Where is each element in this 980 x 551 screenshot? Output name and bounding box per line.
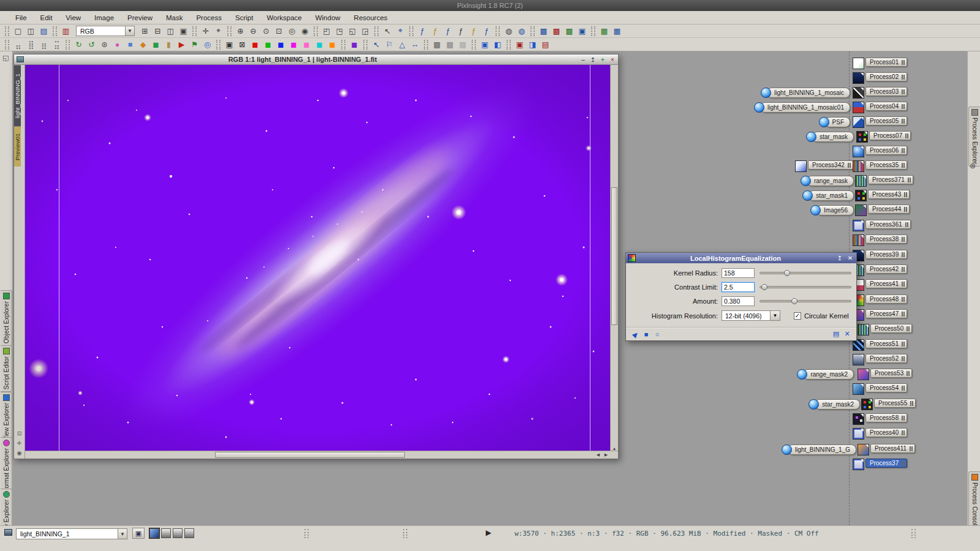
monitor-red-icon[interactable]: ▣ xyxy=(513,39,526,51)
workspace-thumbnail[interactable] xyxy=(149,528,159,538)
vertical-scroll-thumb[interactable] xyxy=(611,187,617,325)
resolution-select[interactable]: 12-bit (4096) ▼ xyxy=(722,310,780,321)
process-icon[interactable]: Process54 xyxy=(853,383,907,395)
explorer-tab[interactable]: Object Explorer xyxy=(1,290,12,346)
workspace-thumbnail[interactable] xyxy=(184,528,194,538)
zoom-in-icon[interactable]: ⊕ xyxy=(234,25,247,37)
process-icon[interactable]: Process43 xyxy=(855,190,910,201)
view-instance-icon[interactable]: PSF xyxy=(819,117,850,127)
process-icon[interactable]: Process44 xyxy=(855,204,910,216)
param-slider[interactable] xyxy=(760,272,851,274)
annotate-arrow-icon[interactable]: ↖ xyxy=(370,39,383,51)
swatch-blue-icon[interactable]: ◼ xyxy=(274,39,287,51)
zoom-11-icon[interactable]: ⊙ xyxy=(260,25,273,37)
monitor-blue-icon[interactable]: ▣ xyxy=(478,39,491,51)
play-icon[interactable]: ▶ xyxy=(486,528,491,537)
toolbar-handle[interactable] xyxy=(227,26,232,36)
close-button[interactable]: × xyxy=(608,56,617,64)
swatch-pink-icon[interactable]: ◼ xyxy=(300,39,313,51)
toolbar-handle[interactable] xyxy=(472,40,476,50)
toolbar-handle[interactable] xyxy=(409,26,413,36)
toolbar-handle[interactable] xyxy=(341,40,345,50)
view-thumbnail-button[interactable]: ▣ xyxy=(132,528,145,539)
gray-gradient-3-icon[interactable]: ▩ xyxy=(456,39,469,51)
view-instance-icon[interactable]: range_mask xyxy=(801,176,854,186)
process-icon[interactable]: Process38 xyxy=(853,234,907,246)
process-icon[interactable]: Process03 xyxy=(853,87,907,99)
process-icon[interactable]: Process02 xyxy=(853,72,907,84)
process-icon[interactable]: Process48 xyxy=(853,294,907,306)
mask-enable-icon[interactable]: ◍ xyxy=(515,25,528,37)
process-icon[interactable]: Process35 xyxy=(853,160,907,172)
horizontal-scroll-thumb[interactable] xyxy=(215,452,405,458)
arrange-br-icon[interactable]: ◲ xyxy=(359,25,372,37)
view-instance-icon[interactable]: star_mask2 xyxy=(809,399,860,410)
process-icon[interactable]: Process41 xyxy=(853,279,907,291)
process-icon[interactable]: Process04 xyxy=(853,102,907,113)
fit-window-icon[interactable]: ▣ xyxy=(177,25,190,37)
save-image-icon[interactable]: ▤ xyxy=(37,25,50,37)
annotate-flag-icon[interactable]: ⚐ xyxy=(383,39,396,51)
explorer-tab[interactable]: View Explorer xyxy=(1,392,12,443)
blue-square-icon[interactable]: ■ xyxy=(124,39,137,51)
scroll-right-icon[interactable]: ▶ xyxy=(602,451,610,458)
expand-icon[interactable]: ⊡ xyxy=(17,430,22,437)
toolbar-handle[interactable] xyxy=(53,26,57,36)
process-icon[interactable]: Process342 xyxy=(795,160,853,172)
arrange-tr-icon[interactable]: ◳ xyxy=(333,25,346,37)
run-icon[interactable]: ▶ xyxy=(175,39,188,51)
swatch-green-icon[interactable]: ◼ xyxy=(262,39,274,51)
shade-button[interactable]: ↥ xyxy=(835,254,844,262)
horizontal-scrollbar[interactable]: ◀ ▶ xyxy=(25,451,610,459)
iconize-button[interactable]: – xyxy=(579,56,587,64)
no-image-icon[interactable]: ⊠ xyxy=(236,39,249,51)
explorer-tab[interactable]: Format Explorer xyxy=(1,437,12,495)
monitor-blue2-icon[interactable]: ◧ xyxy=(491,39,504,51)
menu-item[interactable]: Resources xyxy=(347,13,394,23)
toolbar-handle[interactable] xyxy=(5,40,9,50)
param-input[interactable] xyxy=(722,296,755,306)
menu-item[interactable]: Window xyxy=(309,13,347,23)
center-view-icon[interactable]: ⌖ xyxy=(212,25,225,37)
script-1-icon[interactable]: ƒ xyxy=(416,25,429,37)
workspace-thumbnail[interactable] xyxy=(161,528,171,538)
cascade-windows-icon[interactable]: ◫ xyxy=(164,25,177,37)
duplicate-image-icon[interactable]: ◫ xyxy=(24,25,37,37)
statusbar-handle[interactable] xyxy=(403,529,407,538)
toolbar-handle[interactable] xyxy=(591,26,595,36)
stf-icon[interactable]: ▩ xyxy=(537,25,550,37)
zoom-custom-icon[interactable]: ◉ xyxy=(298,25,311,37)
gear-icon[interactable]: ⊛ xyxy=(98,39,111,51)
process-board-icon[interactable]: ⚑ xyxy=(188,39,201,51)
toolbar-handle[interactable] xyxy=(507,40,511,50)
script-2-icon[interactable]: ƒ xyxy=(429,25,442,37)
dialog-titlebar[interactable]: LocalHistogramEqualization ↥ ✕ xyxy=(626,253,856,263)
statusbar-handle[interactable] xyxy=(911,529,916,538)
channel-selector[interactable]: RGB ▼ xyxy=(76,26,135,36)
process-icon[interactable]: Process07 xyxy=(856,131,911,143)
arrange-tl-icon[interactable]: ◰ xyxy=(320,25,333,37)
process-icon[interactable]: Process371 xyxy=(855,175,913,187)
param-input[interactable] xyxy=(722,282,755,292)
display-icon[interactable]: ▤ xyxy=(539,39,552,51)
view-instance-icon[interactable]: Image56 xyxy=(810,205,854,216)
menu-item[interactable]: Preview xyxy=(121,13,159,23)
gray-gradient-1-icon[interactable]: ▩ xyxy=(431,39,443,51)
refresh-icon[interactable]: ↻ xyxy=(72,39,85,51)
tile-windows-icon[interactable]: ⊟ xyxy=(151,25,164,37)
readout-icon[interactable]: ◉ xyxy=(17,450,22,456)
circular-kernel-checkbox[interactable]: ✓ Circular Kernel xyxy=(794,312,849,320)
process-icon[interactable]: Process39 xyxy=(853,250,907,261)
swatch-cyan-icon[interactable]: ◼ xyxy=(313,39,326,51)
active-view-selector[interactable]: light_BINNING_1 ▼ xyxy=(16,528,127,539)
menu-item[interactable]: Edit xyxy=(34,13,59,23)
menu-item[interactable]: Image xyxy=(88,13,121,23)
zoom-fit-icon[interactable]: ⊡ xyxy=(273,25,285,37)
view-instance-icon[interactable]: light_BINNING_1_G xyxy=(782,444,856,455)
zoom-out-icon[interactable]: ⊖ xyxy=(247,25,260,37)
script-6-icon[interactable]: ƒ xyxy=(480,25,493,37)
container-icon[interactable]: ▮ xyxy=(162,39,175,51)
menu-item[interactable]: Workspace xyxy=(260,13,308,23)
menu-item[interactable]: Process xyxy=(189,13,228,23)
script-5-icon[interactable]: ƒ xyxy=(467,25,480,37)
